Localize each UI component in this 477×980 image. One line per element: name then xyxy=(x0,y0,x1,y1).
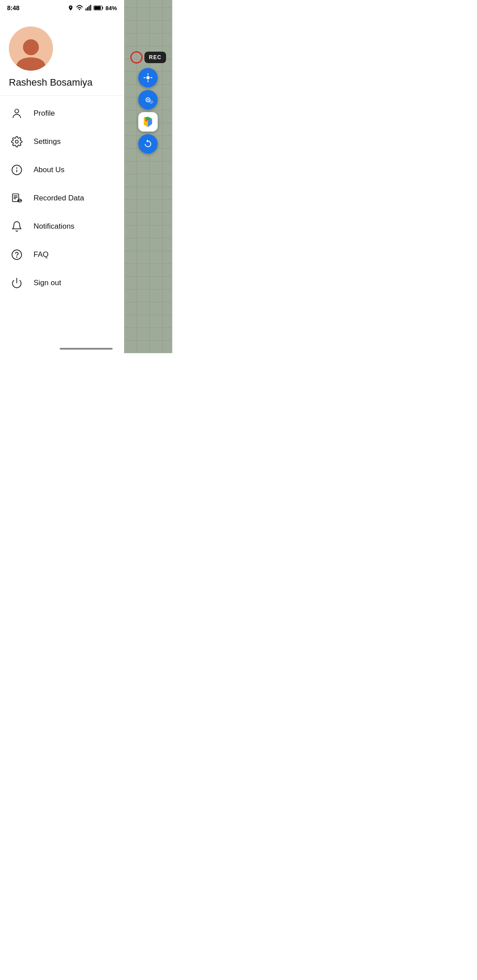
records-icon xyxy=(11,192,23,204)
sign-out-label: Sign out xyxy=(34,279,61,287)
menu-item-faq[interactable]: FAQ xyxy=(0,241,124,269)
location-button[interactable] xyxy=(138,68,158,87)
about-label: About Us xyxy=(34,166,64,174)
profile-label: Profile xyxy=(34,109,55,118)
notifications-label: Notifications xyxy=(34,222,75,231)
svg-rect-10 xyxy=(87,7,88,11)
svg-rect-12 xyxy=(90,5,91,11)
menu-item-sign-out[interactable]: Sign out xyxy=(0,269,124,297)
svg-rect-11 xyxy=(88,6,89,10)
recorded-data-label: Recorded Data xyxy=(34,194,84,203)
menu-list: Profile Settings About Us xyxy=(0,96,124,301)
signal-icon xyxy=(85,5,91,11)
avatar-silhouette xyxy=(13,38,49,71)
gear-icon xyxy=(11,136,23,148)
recording-indicator xyxy=(130,51,143,64)
svg-point-2 xyxy=(148,99,149,101)
home-indicator xyxy=(60,348,113,350)
navigation-drawer: 8:48 84% Rashesh Bosamiya xyxy=(0,0,124,353)
svg-rect-14 xyxy=(94,6,101,9)
map-buttons-panel: REC xyxy=(124,35,172,154)
avatar[interactable] xyxy=(9,26,53,71)
power-icon xyxy=(11,277,23,289)
svg-rect-9 xyxy=(85,8,86,11)
track-button[interactable] xyxy=(138,90,158,109)
person-icon xyxy=(11,107,23,120)
settings-label: Settings xyxy=(34,137,61,146)
drawer-header: Rashesh Bosamiya xyxy=(0,16,124,96)
status-bar: 8:48 84% xyxy=(0,0,124,16)
svg-rect-3 xyxy=(150,101,153,103)
menu-item-about[interactable]: About Us xyxy=(0,156,124,184)
battery-percent: 84% xyxy=(106,5,117,11)
rec-button[interactable]: REC xyxy=(144,52,166,63)
svg-point-17 xyxy=(15,140,19,143)
status-time: 8:48 xyxy=(7,4,19,11)
location-icon xyxy=(68,5,74,11)
faq-label: FAQ xyxy=(34,250,49,259)
user-name: Rashesh Bosamiya xyxy=(9,77,115,88)
menu-item-recorded-data[interactable]: Recorded Data xyxy=(0,184,124,212)
battery-icon xyxy=(94,5,103,11)
status-icons: 84% xyxy=(68,5,117,11)
svg-point-8 xyxy=(146,119,148,121)
menu-item-profile[interactable]: Profile xyxy=(0,99,124,128)
bell-icon xyxy=(11,220,23,233)
maps-app-button[interactable] xyxy=(138,112,158,132)
info-icon xyxy=(11,164,23,176)
replay-button[interactable] xyxy=(138,134,158,154)
wifi-icon xyxy=(76,5,83,11)
menu-item-notifications[interactable]: Notifications xyxy=(0,212,124,241)
svg-point-27 xyxy=(12,250,22,260)
question-icon xyxy=(11,249,23,261)
svg-point-16 xyxy=(15,109,19,113)
menu-item-settings[interactable]: Settings xyxy=(0,128,124,156)
svg-point-0 xyxy=(147,76,150,79)
svg-point-15 xyxy=(23,39,39,55)
